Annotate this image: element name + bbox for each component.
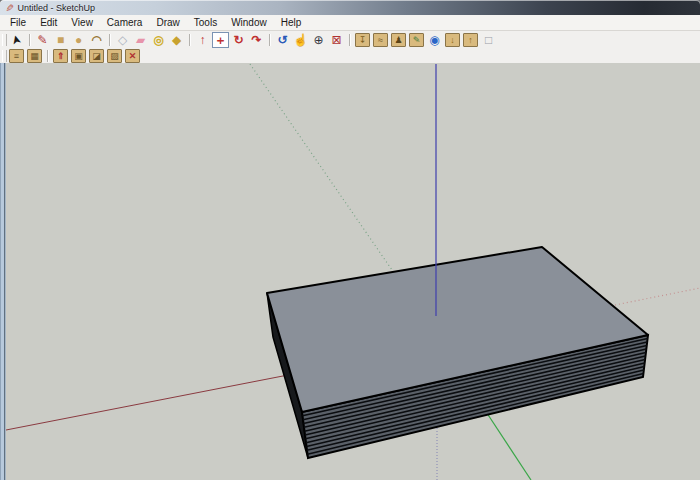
make-component-icon: ◇ — [118, 34, 127, 46]
green-axis-negative — [250, 64, 392, 270]
menu-draw[interactable]: Draw — [149, 15, 186, 30]
red-axis-negative — [615, 288, 700, 305]
share-models-icon: ↑ — [463, 33, 478, 47]
toolbar-separator — [109, 34, 110, 46]
tool-get-current-view-button[interactable]: ↧ — [354, 32, 371, 48]
zoom-icon: ⊕ — [313, 34, 323, 46]
from-contours-icon: ≡ — [9, 49, 24, 63]
circle-icon: ● — [75, 34, 82, 46]
tool-push-pull-button[interactable]: ↑ — [194, 32, 211, 48]
toolbar-separator — [349, 34, 350, 46]
pan-icon: ☝ — [293, 34, 308, 46]
tool-circle-button[interactable]: ● — [70, 32, 87, 48]
flip-edge-icon: ✕ — [125, 49, 140, 63]
from-scratch-icon: ▦ — [27, 49, 42, 63]
tool-photo-textures-button[interactable]: ✎ — [408, 32, 425, 48]
window-title: Untitled - SketchUp — [17, 3, 95, 13]
tool-rectangle-button[interactable]: ■ — [52, 32, 69, 48]
rectangle-icon: ■ — [57, 34, 64, 46]
follow-me-icon: ↷ — [251, 34, 261, 46]
toolbar-row-sandbox: ≡▦⇑▣◪▨✕ — [0, 48, 700, 64]
share-component-icon: □ — [485, 34, 492, 46]
photo-textures-icon: ✎ — [409, 33, 424, 47]
get-current-view-icon: ↧ — [355, 33, 370, 47]
tool-smoove-button[interactable]: ⇑ — [52, 48, 69, 64]
toolbar-row-getting-started: ➤✎■●◠◇▰◎◆↑＋↻↷↺☝⊕⊠↧≈♟✎◉↓↑□ — [0, 32, 700, 48]
get-models-icon: ↓ — [445, 33, 460, 47]
toolbar-separator — [189, 34, 190, 46]
tool-eraser-button[interactable]: ▰ — [132, 32, 149, 48]
menu-bar: FileEditViewCameraDrawToolsWindowHelp — [0, 15, 700, 31]
tool-follow-me-button[interactable]: ↷ — [248, 32, 265, 48]
sketchup-window: ✎ Untitled - SketchUp FileEditViewCamera… — [0, 0, 700, 480]
add-detail-icon: ▨ — [107, 49, 122, 63]
menu-camera[interactable]: Camera — [100, 15, 150, 30]
eraser-icon: ▰ — [136, 34, 145, 46]
tool-rotate-button[interactable]: ↻ — [230, 32, 247, 48]
drape-icon: ◪ — [89, 49, 104, 63]
tool-place-model-button[interactable]: ♟ — [390, 32, 407, 48]
tool-add-detail-button[interactable]: ▨ — [106, 48, 123, 64]
tool-select-button[interactable]: ➤ — [8, 32, 25, 48]
tool-toggle-terrain-button[interactable]: ≈ — [372, 32, 389, 48]
menu-view[interactable]: View — [64, 15, 100, 30]
tool-flip-edge-button[interactable]: ✕ — [124, 48, 141, 64]
paint-bucket-icon: ◆ — [172, 34, 181, 46]
menu-window[interactable]: Window — [224, 15, 274, 30]
toolbar-area: ➤✎■●◠◇▰◎◆↑＋↻↷↺☝⊕⊠↧≈♟✎◉↓↑□ ≡▦⇑▣◪▨✕ — [0, 31, 700, 66]
toolbar-separator — [29, 34, 30, 46]
tool-line-button[interactable]: ✎ — [34, 32, 51, 48]
toolbar-separator — [269, 34, 270, 46]
tool-pan-button[interactable]: ☝ — [292, 32, 309, 48]
tool-paint-bucket-button[interactable]: ◆ — [168, 32, 185, 48]
tool-zoom-button[interactable]: ⊕ — [310, 32, 327, 48]
menu-edit[interactable]: Edit — [33, 15, 64, 30]
google-earth-icon: ◉ — [429, 34, 439, 46]
tool-move-button[interactable]: ＋ — [212, 32, 229, 48]
menu-file[interactable]: File — [3, 15, 33, 30]
menu-tools[interactable]: Tools — [187, 15, 224, 30]
viewport[interactable] — [0, 63, 700, 480]
sketchup-logo-icon: ✎ — [4, 3, 14, 11]
arc-icon: ◠ — [91, 34, 101, 46]
push-pull-icon: ↑ — [200, 34, 206, 46]
place-model-icon: ♟ — [391, 33, 406, 47]
stamp-icon: ▣ — [71, 49, 86, 63]
toggle-terrain-icon: ≈ — [373, 33, 388, 47]
menu-help[interactable]: Help — [274, 15, 309, 30]
tool-orbit-button[interactable]: ↺ — [274, 32, 291, 48]
red-axis — [6, 375, 288, 430]
title-bar[interactable]: ✎ Untitled - SketchUp — [0, 0, 700, 15]
toolbar-separator — [47, 50, 48, 62]
line-icon: ✎ — [37, 34, 47, 46]
tool-share-models-button[interactable]: ↑ — [462, 32, 479, 48]
tool-google-earth-button[interactable]: ◉ — [426, 32, 443, 48]
viewport-3d-scene[interactable] — [6, 63, 700, 480]
tool-zoom-extents-button[interactable]: ⊠ — [328, 32, 345, 48]
smoove-icon: ⇑ — [53, 49, 68, 63]
tape-measure-icon: ◎ — [153, 34, 163, 46]
tool-from-scratch-button[interactable]: ▦ — [26, 48, 43, 64]
orbit-icon: ↺ — [277, 34, 287, 46]
tool-arc-button[interactable]: ◠ — [88, 32, 105, 48]
rotate-icon: ↻ — [233, 34, 243, 46]
tool-from-contours-button[interactable]: ≡ — [8, 48, 25, 64]
move-icon: ＋ — [215, 34, 227, 46]
tool-make-component-button[interactable]: ◇ — [114, 32, 131, 48]
tool-stamp-button[interactable]: ▣ — [70, 48, 87, 64]
tool-drape-button[interactable]: ◪ — [88, 48, 105, 64]
tool-get-models-button[interactable]: ↓ — [444, 32, 461, 48]
tool-share-component-button[interactable]: □ — [480, 32, 497, 48]
tool-tape-measure-button[interactable]: ◎ — [150, 32, 167, 48]
zoom-extents-icon: ⊠ — [331, 34, 341, 46]
select-icon: ➤ — [9, 34, 23, 47]
